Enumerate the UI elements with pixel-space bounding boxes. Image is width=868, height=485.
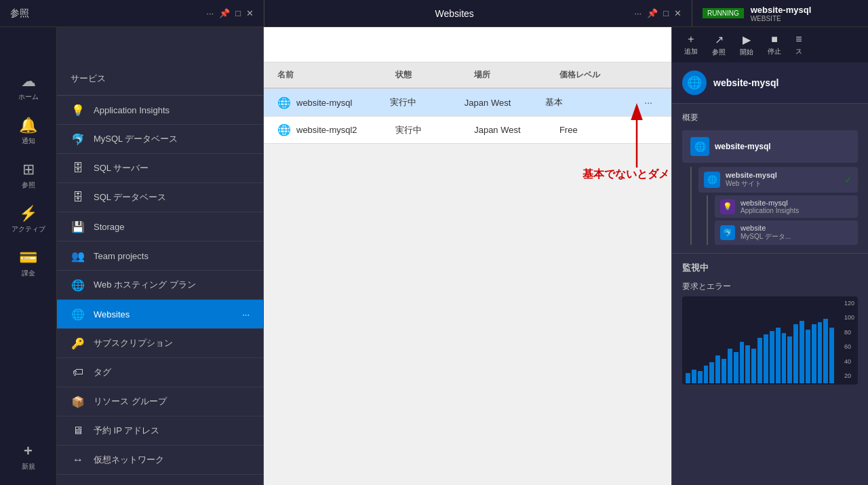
websites-more-icon[interactable]: ··· [242,309,250,319]
service-item-sql-server[interactable]: 🗄 SQL サーバー [57,154,263,183]
monitoring-title: 監視中 [682,262,858,274]
resource-groups-icon: 📦 [71,394,85,409]
main-panel-title: Websites [275,8,634,19]
row-location-cell-2: Japan West [474,125,559,135]
website-name-header: website-mysql [751,5,812,15]
tags-icon: 🏷 [71,365,85,380]
service-item-resource-groups[interactable]: 📦 リソース グループ [57,387,263,416]
breadcrumb-title: 参照 [10,7,29,20]
row-name-cell: 🌐 website-mysql [277,96,390,109]
website-type-header: WEBSITE [751,15,812,22]
mysql-sub-type: MySQL データ... [741,232,791,241]
service-item-web-hosting[interactable]: 🌐 Web ホスティング プラン [57,271,263,300]
sub-item-mysql-db[interactable]: 🐬 website MySQL データ... [715,220,858,245]
service-item-storage[interactable]: 💾 Storage [57,212,263,241]
row-status-cell-2: 実行中 [395,124,474,136]
close-icon-left[interactable]: ✕ [246,8,254,18]
pin-icon-left[interactable]: 📌 [219,8,230,18]
right-panel-header: 🌐 website-mysql [672,62,868,104]
row-actions-cell: ··· [639,96,658,109]
more-action-button[interactable]: ≡ ス [790,31,808,59]
sub-item-app-insights[interactable]: 💡 website-mysql Application Insights [715,195,858,218]
row-name-cell: 🌐 website-mysql2 [277,123,395,136]
chart-label-100: 100 [844,314,854,321]
chart-label-40: 40 [844,358,854,365]
new-button[interactable]: + 新規 [0,435,56,478]
overview-section: 概要 🌐 website-mysql 🌐 website-mysql Web サ… [672,104,868,254]
sidebar-item-home[interactable]: ☁ ホーム [0,66,56,109]
service-item-application-insights[interactable]: 💡 Application Insights [57,96,263,125]
sub-item-website-icon: 🌐 [704,172,720,188]
col-header-location: 場所 [474,69,559,81]
sidebar-item-notifications[interactable]: 🔔 通知 [0,110,56,153]
overview-card-icon: 🌐 [690,137,709,156]
sql-server-icon: 🗄 [71,161,85,176]
more-icon-right[interactable]: ··· [634,8,642,18]
service-item-sql-database[interactable]: 🗄 SQL データベース [57,183,263,212]
service-item-subscription[interactable]: 🔑 サブスクリプション [57,329,263,358]
chart-label-20: 20 [844,372,854,379]
websites-icon: 🌐 [71,307,85,322]
service-panel: サービス 💡 Application Insights 🐬 MySQL データベ… [57,62,264,485]
row-name: website-mysql [296,98,352,108]
website-avatar: 🌐 [682,71,707,95]
sidebar-item-browse[interactable]: ⊞ 参照 [0,154,56,197]
sub-item-website-type: Web サイト [726,179,777,189]
sidebar-nav: ☁ ホーム 🔔 通知 ⊞ 参照 ⚡ アクティブ 💳 課金 + 新規 [0,62,57,485]
close-icon-right[interactable]: ✕ [674,8,682,18]
overview-main-card[interactable]: 🌐 website-mysql [682,130,858,163]
service-item-mysql[interactable]: 🐬 MySQL データベース [57,125,263,154]
chart-title: 要求とエラー [682,281,858,292]
web-hosting-icon: 🌐 [71,277,85,292]
overview-card-title: website-mysql [715,142,771,151]
table-row[interactable]: 🌐 website-mysql2 実行中 Japan West Free [264,117,671,144]
row-price-cell: 基本 [545,96,639,109]
service-item-team-projects[interactable]: 👥 Team projects [57,241,263,271]
overview-title: 概要 [682,112,858,123]
subscription-icon: 🔑 [71,336,85,351]
sidebar-item-active[interactable]: ⚡ アクティブ [0,198,56,241]
app-insights-sub-icon: 💡 [720,199,735,214]
mysql-sub-icon: 🐬 [720,225,735,240]
row-price-cell-2: Free [559,125,658,135]
service-item-tags[interactable]: 🏷 タグ [57,358,263,387]
sql-db-icon: 🗄 [71,190,85,205]
row-more-button[interactable]: ··· [639,96,658,109]
mysql-icon: 🐬 [71,132,85,147]
running-badge: RUNNING [703,8,744,18]
service-item-reserved-ip[interactable]: 🖥 予約 IP アドレス [57,416,263,446]
table-row[interactable]: 🌐 website-mysql 実行中 Japan West 基本 ··· [264,89,671,117]
chart-label-60: 60 [844,343,854,350]
row-name-2: website-mysql2 [296,125,357,135]
chart-bars [682,296,837,385]
right-panel-website-name: website-mysql [713,77,778,88]
chart-area: 120 100 80 60 40 20 [682,296,858,385]
website-row-icon-2: 🌐 [277,123,291,136]
add-button[interactable]: + 追加 [679,31,703,59]
service-item-websites[interactable]: 🌐 Websites ··· [57,300,263,329]
team-icon: 👥 [71,248,85,263]
main-content: 名前 状態 場所 価格レベル 🌐 website-mysql 実行中 Japan… [264,62,671,485]
app-insights-sub-type: Application Insights [741,207,799,214]
service-item-virtual-network[interactable]: ↔ 仮想ネットワーク [57,446,263,475]
chart-label-120: 120 [844,300,854,307]
restore-icon-left[interactable]: □ [235,8,241,18]
pin-icon-right[interactable]: 📌 [647,8,658,18]
chart-label-80: 80 [844,329,854,336]
row-status-cell: 実行中 [390,96,465,109]
website-row-icon: 🌐 [277,96,291,109]
storage-icon: 💾 [71,219,85,234]
more-icon-left[interactable]: ··· [206,8,214,18]
sidebar-item-billing[interactable]: 💳 課金 [0,242,56,285]
table-header: 名前 状態 場所 価格レベル [264,62,671,89]
annotation-text: 基本でないとダメ [583,168,669,182]
virtual-network-icon: ↔ [71,452,85,467]
check-icon: ✓ [844,174,852,185]
reserved-ip-icon: 🖥 [71,423,85,438]
start-button[interactable]: ▶ 開始 [734,31,759,60]
browse-button[interactable]: ↗ 参照 [707,31,731,60]
sub-item-website[interactable]: 🌐 website-mysql Web サイト ✓ [698,167,858,193]
restore-icon-right[interactable]: □ [663,8,669,18]
col-header-price: 価格レベル [559,69,658,81]
stop-button[interactable]: ■ 停止 [762,31,787,59]
